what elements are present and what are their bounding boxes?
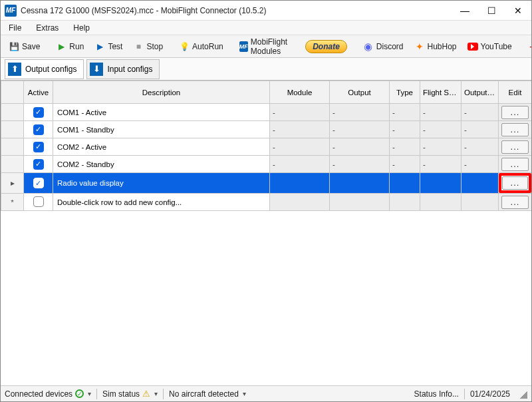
row-header-cell[interactable] [1, 104, 24, 121]
hubhop-button[interactable]: ✦ HubHop [410, 39, 461, 54]
description-cell[interactable]: COM2 - Active [53, 138, 270, 156]
fs-cell: - [420, 138, 462, 156]
checkbox-icon[interactable]: ✓ [33, 142, 44, 152]
ov-cell: - [462, 121, 499, 138]
col-fs-value[interactable]: Flight Sim Value [420, 81, 462, 104]
status-sim[interactable]: Sim status ⚠ ▾ [102, 389, 158, 399]
maximize-button[interactable]: ☐ [478, 1, 505, 21]
row-header-cell[interactable]: ▸ [1, 173, 24, 194]
discord-icon: ◉ [363, 41, 374, 52]
table-row[interactable]: *Double-click row to add new config.....… [1, 194, 532, 211]
exit-button[interactable]: ⇥ Exit [524, 39, 532, 54]
menu-bar: File Extras Help [1, 21, 531, 35]
tab-output-label: Output configs [25, 65, 76, 74]
menu-help[interactable]: Help [70, 22, 92, 34]
status-aircraft[interactable]: No aircraft detected ▾ [169, 389, 246, 399]
table-row[interactable]: ✓COM1 - Active-----... [1, 104, 532, 121]
active-cell[interactable] [24, 194, 53, 211]
status-connected-devices[interactable]: Connected devices ✓ ▾ [5, 389, 91, 399]
bulb-icon: 💡 [179, 41, 190, 52]
play-icon: ▶ [94, 41, 105, 52]
active-cell[interactable]: ✓ [24, 121, 53, 138]
table-row[interactable]: ✓COM2 - Active-----... [1, 138, 532, 156]
active-cell[interactable]: ✓ [24, 138, 53, 156]
col-description[interactable]: Description [53, 81, 270, 104]
resize-grip[interactable] [518, 389, 527, 399]
donate-button[interactable]: Donate [301, 38, 351, 55]
col-type[interactable]: Type [390, 81, 420, 104]
col-active[interactable]: Active [24, 81, 53, 104]
checkbox-icon[interactable] [33, 196, 44, 207]
module-cell: - [270, 104, 330, 121]
checkbox-icon[interactable]: ✓ [33, 107, 44, 118]
row-header-cell[interactable] [1, 138, 24, 156]
play-icon: ▶ [56, 41, 66, 52]
active-cell[interactable]: ✓ [24, 104, 53, 121]
col-output-value[interactable]: Output Value [462, 81, 499, 104]
minimize-button[interactable]: — [452, 1, 478, 21]
row-header-cell[interactable] [1, 156, 24, 173]
discord-label: Discord [376, 42, 404, 51]
tab-input-configs[interactable]: ⬇ Input configs [86, 59, 160, 79]
ov-cell: - [462, 104, 499, 121]
status-date-label: 01/24/2025 [470, 389, 510, 399]
autorun-button[interactable]: 💡 AutoRun [175, 39, 227, 54]
checkbox-icon[interactable]: ✓ [33, 159, 44, 170]
type-cell: - [390, 138, 420, 156]
edit-button[interactable]: ... [501, 106, 529, 119]
description-cell[interactable]: COM2 - Standby [53, 156, 270, 173]
close-button[interactable]: ✕ [505, 1, 531, 21]
module-cell: - [270, 121, 330, 138]
edit-button[interactable]: ... [501, 158, 529, 171]
description-cell[interactable]: Radio value display [53, 173, 270, 194]
run-button[interactable]: ▶ Run [52, 39, 88, 54]
row-header-cell[interactable]: * [1, 194, 24, 211]
description-cell[interactable]: COM1 - Active [53, 104, 270, 121]
col-module[interactable]: Module [270, 81, 330, 104]
youtube-label: YouTube [481, 42, 512, 51]
output-cell [330, 173, 390, 194]
menu-extras[interactable]: Extras [33, 22, 61, 34]
edit-button[interactable]: ... [501, 123, 529, 136]
checkbox-icon[interactable]: ✓ [33, 124, 44, 135]
active-cell[interactable]: ✓ [24, 156, 53, 173]
tab-output-configs[interactable]: ⬆ Output configs [5, 59, 84, 79]
config-table-wrap: Active Description Module Output Type Fl… [1, 81, 531, 385]
edit-button[interactable]: ... [501, 140, 529, 154]
status-date: 01/24/2025 [470, 389, 510, 399]
ov-cell [462, 194, 499, 211]
save-button[interactable]: 💾 Save [5, 39, 44, 54]
description-cell[interactable]: Double-click row to add new config... [53, 194, 270, 211]
table-row[interactable]: ✓COM1 - Standby-----... [1, 121, 532, 138]
output-cell: - [330, 104, 390, 121]
edit-button[interactable]: ... [501, 196, 529, 209]
edit-button[interactable]: ... [502, 176, 528, 190]
test-button[interactable]: ▶ Test [90, 39, 126, 54]
menu-file[interactable]: File [6, 22, 24, 34]
save-icon: 💾 [9, 41, 19, 52]
status-info[interactable]: Status Info... [414, 389, 459, 399]
description-cell[interactable]: COM1 - Standby [53, 121, 270, 138]
stop-button[interactable]: ■ Stop [129, 39, 167, 54]
checkbox-icon[interactable]: ✓ [33, 178, 44, 188]
modules-button[interactable]: MF MobiFlight Modules [235, 35, 293, 58]
col-edit[interactable]: Edit [499, 81, 532, 104]
fs-cell [420, 173, 462, 194]
table-row[interactable]: ✓COM2 - Standby-----... [1, 156, 532, 173]
table-row[interactable]: ▸✓Radio value display... [1, 173, 532, 194]
edit-cell: ... [499, 156, 532, 173]
fs-cell [420, 194, 462, 211]
active-cell[interactable]: ✓ [24, 173, 53, 194]
type-cell [390, 173, 420, 194]
row-header-cell[interactable] [1, 121, 24, 138]
youtube-button[interactable]: YouTube [464, 40, 516, 53]
upload-icon: ⬆ [8, 63, 21, 76]
edit-button-highlight: ... [499, 173, 531, 193]
hubhop-icon: ✦ [414, 41, 425, 52]
discord-button[interactable]: ◉ Discord [359, 39, 408, 54]
ov-cell [462, 173, 499, 194]
col-output[interactable]: Output [330, 81, 390, 104]
output-cell: - [330, 138, 390, 156]
col-rowheader[interactable] [1, 81, 24, 104]
type-cell: - [390, 121, 420, 138]
